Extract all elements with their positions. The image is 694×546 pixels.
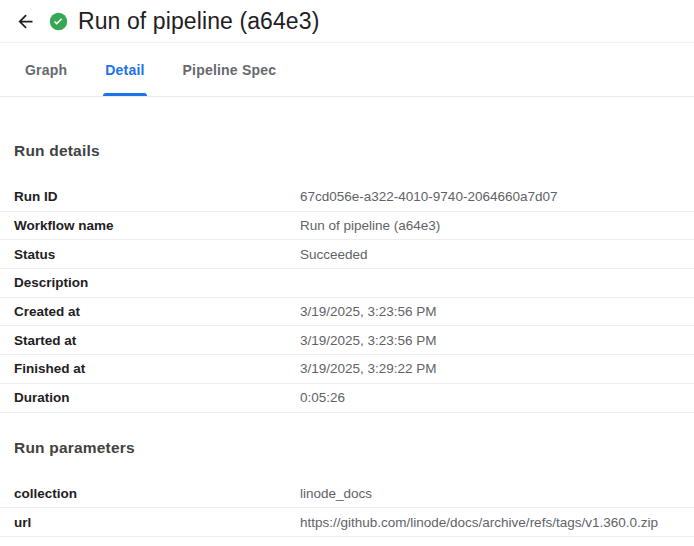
tab-graph[interactable]: Graph xyxy=(25,43,67,96)
section-title: Run parameters xyxy=(14,439,694,457)
row-value: linode_docs xyxy=(300,486,694,501)
row-value: 0:05:26 xyxy=(300,390,694,405)
page-title: Run of pipeline (a64e3) xyxy=(78,8,319,35)
table-row: collection linode_docs xyxy=(0,480,694,509)
row-label: Started at xyxy=(0,333,300,348)
table-row: Run ID 67cd056e-a322-4010-9740-2064660a7… xyxy=(0,183,694,212)
table-row: Workflow name Run of pipeline (a64e3) xyxy=(0,212,694,241)
tab-graph-label: Graph xyxy=(25,62,67,78)
active-tab-underline xyxy=(103,93,146,96)
row-label: Finished at xyxy=(0,361,300,376)
success-check-icon xyxy=(49,12,68,31)
header: Run of pipeline (a64e3) xyxy=(0,0,694,43)
tab-detail-label: Detail xyxy=(105,62,144,78)
row-label: Description xyxy=(0,275,300,290)
tab-pipeline-spec-label: Pipeline Spec xyxy=(183,62,277,78)
detail-section: Run parameters collection linode_docs ur… xyxy=(0,439,694,537)
row-value: Run of pipeline (a64e3) xyxy=(300,218,694,233)
table-row: Status Succeeded xyxy=(0,240,694,269)
table-row: url https://github.com/linode/docs/archi… xyxy=(0,508,694,537)
table-row: Started at 3/19/2025, 3:23:56 PM xyxy=(0,326,694,355)
section-rows: Run ID 67cd056e-a322-4010-9740-2064660a7… xyxy=(0,183,694,413)
row-label: Created at xyxy=(0,304,300,319)
table-row: Duration 0:05:26 xyxy=(0,384,694,413)
row-value: 3/19/2025, 3:29:22 PM xyxy=(300,361,694,376)
arrow-back-icon xyxy=(15,11,36,32)
table-row: Description xyxy=(0,269,694,298)
row-value: 3/19/2025, 3:23:56 PM xyxy=(300,333,694,348)
row-value: 67cd056e-a322-4010-9740-2064660a7d07 xyxy=(300,189,694,204)
back-button[interactable] xyxy=(14,10,36,32)
tab-pipeline-spec[interactable]: Pipeline Spec xyxy=(183,43,277,96)
row-label: Workflow name xyxy=(0,218,300,233)
row-label: Duration xyxy=(0,390,300,405)
row-label: url xyxy=(0,515,300,530)
detail-section: Run details Run ID 67cd056e-a322-4010-97… xyxy=(0,142,694,413)
row-value: 3/19/2025, 3:23:56 PM xyxy=(300,304,694,319)
tab-bar: Graph Detail Pipeline Spec xyxy=(0,43,694,97)
row-value: Succeeded xyxy=(300,247,694,262)
section-title: Run details xyxy=(14,142,694,160)
row-label: Run ID xyxy=(0,189,300,204)
row-label: collection xyxy=(0,486,300,501)
section-rows: collection linode_docs url https://githu… xyxy=(0,480,694,537)
row-label: Status xyxy=(0,247,300,262)
table-row: Finished at 3/19/2025, 3:29:22 PM xyxy=(0,355,694,384)
tab-detail[interactable]: Detail xyxy=(105,43,144,96)
table-row: Created at 3/19/2025, 3:23:56 PM xyxy=(0,298,694,327)
row-value: https://github.com/linode/docs/archive/r… xyxy=(300,515,694,530)
run-detail-content: Run details Run ID 67cd056e-a322-4010-97… xyxy=(0,97,694,537)
